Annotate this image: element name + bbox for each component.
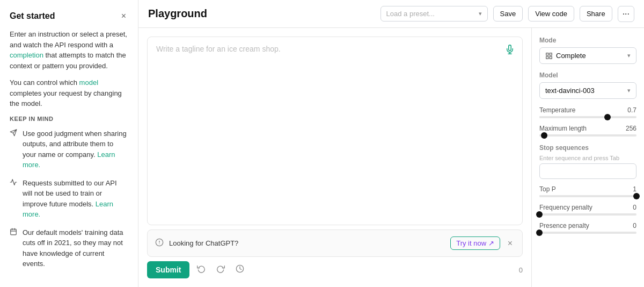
text-editor[interactable]: Write a tagline for an ice cream shop. <box>147 37 523 225</box>
max-length-slider[interactable] <box>539 134 636 137</box>
share-button[interactable]: Share <box>580 6 612 21</box>
model-paragraph: You can control which model completes yo… <box>10 77 128 109</box>
main-area: Playground Load a preset... ▾ Save View … <box>138 0 644 287</box>
tip-item-2: Requests submitted to our API will not b… <box>10 178 128 220</box>
learn-more-link-1[interactable]: Learn more. <box>23 150 115 169</box>
presence-penalty-thumb <box>536 229 543 236</box>
close-button[interactable]: × <box>119 11 128 21</box>
mic-icon[interactable] <box>505 45 515 57</box>
tip-text-1: Use good judgment when sharing outputs, … <box>23 128 128 170</box>
editor-placeholder: Write a tagline for an ice cream shop. <box>156 45 514 53</box>
send-icon <box>10 129 17 138</box>
svg-rect-14 <box>546 56 548 59</box>
svg-rect-15 <box>550 56 552 59</box>
max-length-thumb <box>541 132 547 139</box>
tip-item-1: Use good judgment when sharing outputs, … <box>10 128 128 170</box>
freq-penalty-value: 0 <box>633 204 636 211</box>
model-label: Model <box>539 71 636 79</box>
top-p-slider[interactable] <box>539 195 636 197</box>
chatgpt-banner: Looking for ChatGPT? Try it now ↗ × <box>147 229 523 257</box>
chevron-down-icon: ▾ <box>479 10 482 17</box>
right-panel: Mode Complete ▾ Model text-davinci-003 ▾… <box>531 28 644 287</box>
svg-rect-13 <box>550 53 552 55</box>
keep-in-mind-label: KEEP IN MIND <box>10 116 128 122</box>
svg-rect-12 <box>546 53 548 55</box>
temperature-fill <box>539 116 608 118</box>
try-it-button[interactable]: Try it now ↗ <box>450 236 500 250</box>
temperature-value: 0.7 <box>627 106 636 114</box>
model-chevron-icon: ▾ <box>627 87 631 94</box>
presence-penalty-slider[interactable] <box>539 232 636 234</box>
left-panel: Get started × Enter an instruction or se… <box>0 0 138 287</box>
freq-penalty-slider[interactable] <box>539 213 636 216</box>
intro-paragraph: Enter an instruction or select a preset,… <box>10 29 128 71</box>
more-menu-button[interactable]: ··· <box>618 6 634 22</box>
mode-chevron-icon: ▾ <box>627 52 631 59</box>
stop-sequences-input[interactable] <box>539 163 636 179</box>
preset-placeholder: Load a preset... <box>386 10 435 18</box>
tip-text-2: Requests submitted to our API will not b… <box>23 178 128 220</box>
tip-text-3: Our default models' training data cuts o… <box>23 227 128 269</box>
model-link[interactable]: model <box>79 78 98 87</box>
activity-icon <box>10 178 17 188</box>
mode-value: Complete <box>556 52 586 60</box>
presence-penalty-label: Presence penalty <box>539 222 589 229</box>
completion-link[interactable]: completion <box>10 51 43 59</box>
stop-hint: Enter sequence and press Tab <box>539 155 636 161</box>
undo-button[interactable] <box>194 262 209 277</box>
submit-button[interactable]: Submit <box>147 261 189 278</box>
top-p-label: Top P <box>539 185 556 193</box>
content-row: Write a tagline for an ice cream shop. L… <box>138 28 644 287</box>
svg-rect-2 <box>11 229 17 235</box>
calendar-icon <box>10 228 17 237</box>
redo-button[interactable] <box>213 262 228 277</box>
temperature-label: Temperature <box>539 106 575 114</box>
save-button[interactable]: Save <box>493 6 523 21</box>
top-p-value: 1 <box>633 185 636 193</box>
page-title: Playground <box>148 8 207 20</box>
top-p-fill <box>539 195 636 197</box>
banner-close-button[interactable]: × <box>506 238 515 249</box>
learn-more-link-2[interactable]: Learn more. <box>23 200 113 219</box>
presence-penalty-value: 0 <box>633 222 636 229</box>
top-p-thumb <box>633 193 640 199</box>
model-select[interactable]: text-davinci-003 ▾ <box>539 82 636 99</box>
editor-footer: Submit 0 <box>147 261 523 278</box>
preset-dropdown[interactable]: Load a preset... ▾ <box>380 6 488 21</box>
editor-area: Write a tagline for an ice cream shop. L… <box>138 28 531 287</box>
info-icon <box>155 238 164 249</box>
tip-item-3: Our default models' training data cuts o… <box>10 227 128 269</box>
topbar: Playground Load a preset... ▾ Save View … <box>138 0 644 28</box>
freq-penalty-label: Frequency penalty <box>539 204 592 211</box>
max-length-label: Maximum length <box>539 125 587 132</box>
mode-select[interactable]: Complete ▾ <box>539 47 636 64</box>
stop-sequences-label: Stop sequences <box>539 144 636 152</box>
view-code-button[interactable]: View code <box>528 6 574 21</box>
freq-penalty-thumb <box>536 211 543 218</box>
model-value: text-davinci-003 <box>545 87 595 95</box>
banner-text: Looking for ChatGPT? <box>169 239 445 247</box>
left-panel-title: Get started <box>10 11 55 21</box>
temperature-thumb <box>604 114 611 120</box>
grid-icon <box>545 52 553 60</box>
max-length-value: 256 <box>626 125 636 132</box>
history-button[interactable] <box>232 262 247 277</box>
char-count: 0 <box>519 266 523 274</box>
mode-label: Mode <box>539 37 636 44</box>
temperature-slider[interactable] <box>539 116 636 118</box>
